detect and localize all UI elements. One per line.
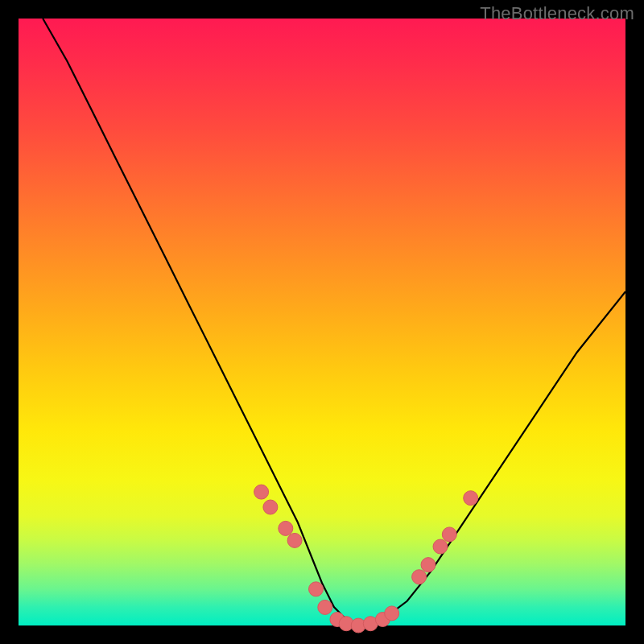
curve-marker: [318, 600, 332, 614]
curve-marker: [279, 521, 293, 535]
chart-frame: TheBottleneck.com: [0, 0, 644, 644]
curve-marker: [254, 485, 269, 499]
curve-marker: [421, 558, 436, 572]
watermark-text: TheBottleneck.com: [480, 3, 634, 24]
chart-plot-area: [19, 19, 625, 625]
curve-marker: [309, 582, 324, 597]
chart-svg: [19, 19, 625, 625]
curve-marker: [464, 491, 478, 506]
bottleneck-curve: [43, 19, 625, 625]
curve-markers: [254, 485, 478, 633]
curve-marker: [412, 570, 427, 584]
curve-marker: [385, 606, 399, 621]
curve-marker: [442, 527, 456, 542]
curve-marker: [433, 539, 448, 554]
curve-marker: [263, 500, 278, 514]
curve-marker: [287, 533, 302, 547]
